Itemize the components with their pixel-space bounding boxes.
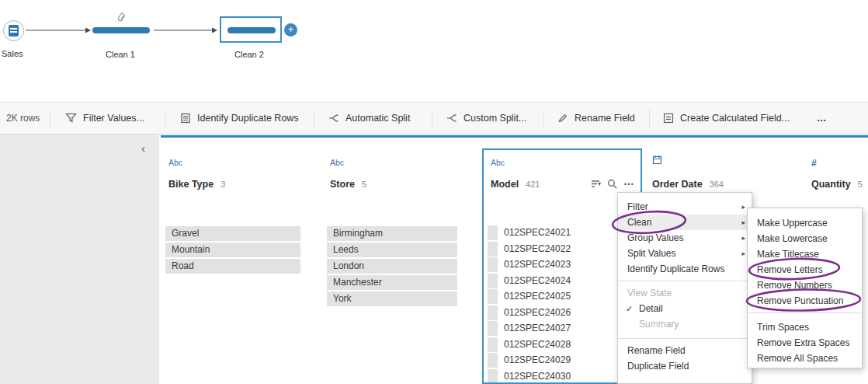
- toolbar-divider: [50, 110, 50, 127]
- menu-item-make-titlecase[interactable]: Make Titlecase: [748, 246, 862, 262]
- calendar-icon: [652, 155, 662, 165]
- automatic-split-button[interactable]: Automatic Split: [328, 103, 410, 134]
- flow-connector: [154, 26, 219, 34]
- filter-values-button[interactable]: Filter Values...: [65, 103, 144, 134]
- flow-node-clean1-label: Clean 1: [106, 50, 135, 59]
- toolbar-divider: [543, 110, 544, 127]
- value-row[interactable]: 012SPEC24030: [488, 369, 638, 384]
- menu-item-make-uppercase[interactable]: Make Uppercase: [748, 215, 862, 231]
- toolbar-divider: [432, 110, 432, 127]
- flow-node-clean2-label: Clean 2: [234, 50, 264, 59]
- menu-item-duplicate-field[interactable]: Duplicate Field: [618, 358, 752, 374]
- value-row[interactable]: London: [327, 259, 474, 274]
- menu-separator: [618, 281, 752, 281]
- menu-item-detail[interactable]: ✓Detail: [618, 301, 752, 316]
- field-name: Model: [491, 179, 519, 190]
- clean-submenu: Make Uppercase Make Lowercase Make Title…: [747, 208, 863, 368]
- value-row[interactable]: 012SPEC24029: [488, 353, 638, 368]
- add-step-button[interactable]: +: [284, 23, 297, 37]
- value-row[interactable]: 012SPEC24022: [488, 242, 638, 257]
- flow-node-clean1[interactable]: [92, 27, 150, 33]
- menu-item-remove-extra-spaces[interactable]: Remove Extra Spaces: [748, 335, 862, 351]
- pencil-icon: [557, 113, 568, 124]
- column-menu-button[interactable]: ⋯: [623, 177, 635, 190]
- paperclip-icon: [114, 10, 128, 25]
- field-count: 5: [362, 180, 366, 189]
- value-row[interactable]: Gravel: [165, 226, 313, 241]
- value-row[interactable]: 012SPEC24023: [488, 257, 638, 272]
- toolbar-divider: [314, 110, 314, 127]
- sort-button[interactable]: ▾: [591, 180, 601, 188]
- column-store[interactable]: Abc Store5 Birmingham Leeds London Manch…: [322, 138, 477, 384]
- menu-item-view-state: View State: [618, 285, 752, 301]
- menu-item-remove-numbers[interactable]: Remove Numbers: [748, 278, 862, 293]
- menu-item-remove-punctuation[interactable]: Remove Punctuation: [748, 293, 862, 309]
- flow-node-sales-label: Sales: [2, 49, 23, 58]
- toolbar: 2K rows Filter Values... Identify Duplic…: [0, 102, 868, 134]
- collapse-panel-chevron[interactable]: ‹: [141, 142, 145, 154]
- toolbar-more-button[interactable]: …: [817, 103, 827, 134]
- flow-connector: [26, 26, 92, 34]
- search-icon[interactable]: [607, 179, 617, 189]
- identify-duplicate-rows-button[interactable]: Identify Duplicate Rows: [180, 103, 299, 134]
- field-type-label: Abc: [168, 158, 182, 167]
- field-name: Order Date: [652, 179, 703, 190]
- menu-item-summary[interactable]: Summary: [618, 316, 752, 332]
- menu-item-filter[interactable]: Filter▸: [618, 199, 752, 215]
- menu-item-remove-letters[interactable]: Remove Letters: [748, 262, 862, 278]
- value-row[interactable]: 012SPEC24024: [488, 274, 638, 288]
- field-type-label: Abc: [330, 158, 344, 167]
- value-row[interactable]: Leeds: [327, 243, 474, 257]
- field-count: 3: [220, 180, 225, 189]
- submenu-arrow-icon: ▸: [741, 215, 745, 230]
- field-count: 364: [710, 180, 724, 189]
- field-count: 421: [526, 180, 540, 189]
- create-calculated-field-button[interactable]: Create Calculated Field...: [663, 103, 790, 134]
- rename-field-button[interactable]: Rename Field: [557, 103, 635, 134]
- flow-node-clean2[interactable]: [220, 16, 282, 43]
- app-window: Sales Clean 1 + Clean 2 2K rows Filter V…: [0, 0, 868, 384]
- value-row[interactable]: 012SPEC24021: [488, 225, 638, 240]
- duplicate-rows-icon: [180, 113, 191, 124]
- flow-node-sales[interactable]: [3, 20, 24, 41]
- value-row[interactable]: Manchester: [327, 275, 474, 290]
- field-name: Store: [330, 179, 355, 190]
- menu-item-identify-duplicate-rows[interactable]: Identify Duplicate Rows: [618, 261, 752, 277]
- number-type-icon: #: [811, 158, 817, 169]
- value-row[interactable]: Road: [165, 259, 313, 274]
- value-row[interactable]: Birmingham: [327, 226, 474, 241]
- value-row[interactable]: Mountain: [165, 243, 313, 257]
- input-node-icon: [3, 20, 24, 41]
- menu-item-rename-field[interactable]: Rename Field: [618, 343, 752, 358]
- value-row[interactable]: York: [327, 291, 474, 306]
- filter-icon: [65, 113, 77, 124]
- submenu-arrow-icon: ▸: [741, 230, 745, 246]
- menu-item-clean[interactable]: Clean▸: [618, 215, 752, 230]
- left-panel: ‹: [0, 134, 159, 384]
- menu-item-split-values[interactable]: Split Values▸: [618, 246, 752, 261]
- value-row[interactable]: 012SPEC24027: [488, 321, 638, 336]
- field-name: Quantity: [811, 179, 851, 190]
- field-count: 5: [858, 180, 863, 189]
- submenu-arrow-icon: ▸: [741, 246, 745, 261]
- submenu-arrow-icon: ▸: [741, 199, 745, 215]
- menu-item-trim-spaces[interactable]: Trim Spaces: [748, 319, 862, 335]
- chevron-down-icon: ▾: [598, 180, 601, 187]
- value-row[interactable]: 012SPEC24025: [488, 289, 638, 304]
- toolbar-divider: [165, 110, 165, 127]
- value-row[interactable]: 012SPEC24026: [488, 305, 638, 320]
- toolbar-divider: [649, 110, 650, 127]
- check-icon: ✓: [626, 301, 633, 316]
- field-name: Bike Type: [168, 179, 214, 190]
- value-row[interactable]: 012SPEC24028: [488, 337, 638, 352]
- split-icon: [328, 113, 339, 124]
- custom-split-button[interactable]: Custom Split...: [446, 103, 526, 134]
- menu-item-group-values[interactable]: Group Values▸: [618, 230, 752, 246]
- menu-item-make-lowercase[interactable]: Make Lowercase: [748, 231, 862, 246]
- calculated-field-icon: [663, 113, 674, 124]
- menu-item-remove-all-spaces[interactable]: Remove All Spaces: [748, 351, 862, 366]
- row-count: 2K rows: [6, 103, 40, 134]
- field-type-label: Abc: [491, 158, 505, 167]
- menu-separator: [748, 312, 862, 313]
- column-bike-type[interactable]: Abc Bike Type3 Gravel Mountain Road: [161, 138, 316, 384]
